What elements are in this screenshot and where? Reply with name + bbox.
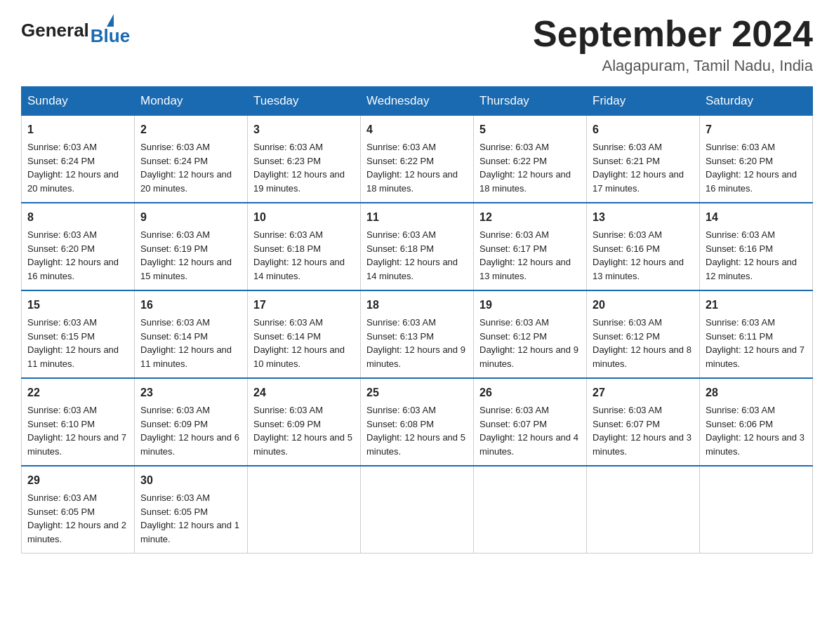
sunrise-text: Sunrise: 6:03 AM xyxy=(253,405,323,415)
day-number: 1 xyxy=(27,121,128,138)
sunrise-text: Sunrise: 6:03 AM xyxy=(140,142,210,152)
daylight-text: Daylight: 12 hours and 7 minutes. xyxy=(706,344,805,369)
day-number: 29 xyxy=(27,472,128,489)
calendar-title: September 2024 xyxy=(533,14,813,54)
day-number: 6 xyxy=(593,121,694,138)
daylight-text: Daylight: 12 hours and 20 minutes. xyxy=(140,169,232,194)
calendar-cell: 2Sunrise: 6:03 AMSunset: 6:24 PMDaylight… xyxy=(135,116,248,203)
sunset-text: Sunset: 6:05 PM xyxy=(140,507,208,517)
sunset-text: Sunset: 6:07 PM xyxy=(479,419,547,429)
header-day-friday: Friday xyxy=(587,87,700,116)
sunrise-text: Sunrise: 6:03 AM xyxy=(479,229,549,240)
calendar-cell: 16Sunrise: 6:03 AMSunset: 6:14 PMDayligh… xyxy=(135,290,248,378)
calendar-subtitle: Alagapuram, Tamil Nadu, India xyxy=(533,57,813,75)
calendar-cell: 9Sunrise: 6:03 AMSunset: 6:19 PMDaylight… xyxy=(135,203,248,290)
day-number: 5 xyxy=(479,121,581,138)
sunrise-text: Sunrise: 6:03 AM xyxy=(27,405,97,415)
calendar-cell: 30Sunrise: 6:03 AMSunset: 6:05 PMDayligh… xyxy=(135,466,248,554)
logo-blue-part: Blue xyxy=(91,14,130,47)
sunrise-text: Sunrise: 6:03 AM xyxy=(253,229,323,240)
sunset-text: Sunset: 6:23 PM xyxy=(253,156,321,166)
header-day-sunday: Sunday xyxy=(22,87,135,116)
title-area: September 2024 Alagapuram, Tamil Nadu, I… xyxy=(533,14,813,75)
day-number: 26 xyxy=(479,384,581,401)
daylight-text: Daylight: 12 hours and 13 minutes. xyxy=(479,257,571,281)
day-number: 25 xyxy=(366,384,468,401)
sunset-text: Sunset: 6:06 PM xyxy=(706,419,773,429)
sunset-text: Sunset: 6:12 PM xyxy=(479,331,547,342)
sunset-text: Sunset: 6:14 PM xyxy=(140,331,208,342)
sunset-text: Sunset: 6:18 PM xyxy=(253,243,321,254)
sunset-text: Sunset: 6:22 PM xyxy=(479,156,547,166)
logo: General Blue xyxy=(21,14,130,47)
calendar-cell: 23Sunrise: 6:03 AMSunset: 6:09 PMDayligh… xyxy=(135,378,248,466)
sunset-text: Sunset: 6:05 PM xyxy=(27,507,95,517)
sunset-text: Sunset: 6:16 PM xyxy=(706,243,773,254)
daylight-text: Daylight: 12 hours and 7 minutes. xyxy=(27,432,126,457)
day-number: 8 xyxy=(27,209,128,226)
daylight-text: Daylight: 12 hours and 11 minutes. xyxy=(140,344,232,369)
calendar-cell xyxy=(474,466,587,554)
sunrise-text: Sunrise: 6:03 AM xyxy=(593,142,662,152)
sunset-text: Sunset: 6:16 PM xyxy=(593,243,660,254)
day-number: 19 xyxy=(479,297,581,314)
sunrise-text: Sunrise: 6:03 AM xyxy=(366,405,436,415)
calendar-cell xyxy=(248,466,361,554)
sunset-text: Sunset: 6:09 PM xyxy=(140,419,208,429)
daylight-text: Daylight: 12 hours and 9 minutes. xyxy=(366,344,465,369)
day-number: 28 xyxy=(706,384,807,401)
calendar-cell: 4Sunrise: 6:03 AMSunset: 6:22 PMDaylight… xyxy=(361,116,474,203)
sunset-text: Sunset: 6:07 PM xyxy=(593,419,660,429)
daylight-text: Daylight: 12 hours and 19 minutes. xyxy=(253,169,345,194)
daylight-text: Daylight: 12 hours and 8 minutes. xyxy=(593,344,691,369)
calendar-cell: 22Sunrise: 6:03 AMSunset: 6:10 PMDayligh… xyxy=(22,378,135,466)
sunrise-text: Sunrise: 6:03 AM xyxy=(479,405,549,415)
daylight-text: Daylight: 12 hours and 5 minutes. xyxy=(253,432,352,457)
calendar-cell: 3Sunrise: 6:03 AMSunset: 6:23 PMDaylight… xyxy=(248,116,361,203)
sunrise-text: Sunrise: 6:03 AM xyxy=(366,229,436,240)
sunset-text: Sunset: 6:13 PM xyxy=(366,331,434,342)
day-number: 4 xyxy=(366,121,468,138)
sunrise-text: Sunrise: 6:03 AM xyxy=(140,405,210,415)
sunrise-text: Sunrise: 6:03 AM xyxy=(253,142,323,152)
daylight-text: Daylight: 12 hours and 9 minutes. xyxy=(479,344,578,369)
calendar-cell: 19Sunrise: 6:03 AMSunset: 6:12 PMDayligh… xyxy=(474,290,587,378)
header-day-wednesday: Wednesday xyxy=(361,87,474,116)
day-number: 22 xyxy=(27,384,128,401)
calendar-cell: 17Sunrise: 6:03 AMSunset: 6:14 PMDayligh… xyxy=(248,290,361,378)
sunset-text: Sunset: 6:24 PM xyxy=(140,156,208,166)
sunrise-text: Sunrise: 6:03 AM xyxy=(479,317,549,328)
sunset-text: Sunset: 6:20 PM xyxy=(706,156,773,166)
calendar-cell: 20Sunrise: 6:03 AMSunset: 6:12 PMDayligh… xyxy=(587,290,700,378)
sunrise-text: Sunrise: 6:03 AM xyxy=(140,317,210,328)
sunset-text: Sunset: 6:09 PM xyxy=(253,419,321,429)
sunrise-text: Sunrise: 6:03 AM xyxy=(593,317,662,328)
day-number: 24 xyxy=(253,384,355,401)
daylight-text: Daylight: 12 hours and 6 minutes. xyxy=(140,432,239,457)
calendar-cell: 11Sunrise: 6:03 AMSunset: 6:18 PMDayligh… xyxy=(361,203,474,290)
sunrise-text: Sunrise: 6:03 AM xyxy=(479,142,549,152)
day-number: 11 xyxy=(366,209,468,226)
sunrise-text: Sunrise: 6:03 AM xyxy=(140,492,210,503)
sunset-text: Sunset: 6:11 PM xyxy=(706,331,773,342)
sunrise-text: Sunrise: 6:03 AM xyxy=(706,229,775,240)
sunrise-text: Sunrise: 6:03 AM xyxy=(27,229,97,240)
header-day-monday: Monday xyxy=(135,87,248,116)
header: General Blue September 2024 Alagapuram, … xyxy=(21,14,813,75)
sunset-text: Sunset: 6:22 PM xyxy=(366,156,434,166)
sunrise-text: Sunrise: 6:03 AM xyxy=(27,492,97,503)
calendar-body: 1Sunrise: 6:03 AMSunset: 6:24 PMDaylight… xyxy=(22,116,813,554)
calendar-cell xyxy=(587,466,700,554)
sunset-text: Sunset: 6:24 PM xyxy=(27,156,95,166)
daylight-text: Daylight: 12 hours and 12 minutes. xyxy=(706,257,797,281)
calendar-cell: 25Sunrise: 6:03 AMSunset: 6:08 PMDayligh… xyxy=(361,378,474,466)
calendar-cell xyxy=(361,466,474,554)
sunrise-text: Sunrise: 6:03 AM xyxy=(593,405,662,415)
daylight-text: Daylight: 12 hours and 14 minutes. xyxy=(253,257,345,281)
daylight-text: Daylight: 12 hours and 10 minutes. xyxy=(253,344,345,369)
logo-blue-text: Blue xyxy=(91,25,130,47)
daylight-text: Daylight: 12 hours and 15 minutes. xyxy=(140,257,232,281)
calendar-cell: 24Sunrise: 6:03 AMSunset: 6:09 PMDayligh… xyxy=(248,378,361,466)
sunrise-text: Sunrise: 6:03 AM xyxy=(27,317,97,328)
logo-general-text: General xyxy=(21,20,89,41)
